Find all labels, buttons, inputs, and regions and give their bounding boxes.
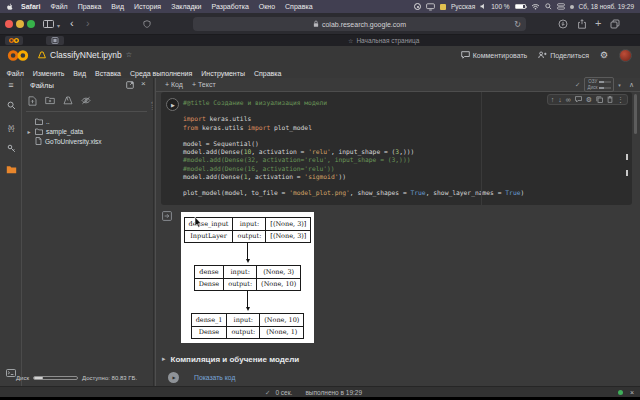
add-code-button[interactable]: + Код [165,81,183,88]
battery-icon[interactable] [515,4,526,10]
colab-menu-item-1[interactable]: Изменить [28,70,69,77]
notebook-scrollbar[interactable] [634,94,637,134]
code-line-7[interactable]: #model.add(Dense(32, activation='relu', … [183,156,622,164]
code-line-10[interactable] [183,181,622,189]
macos-menu-item-1[interactable]: Файл [45,3,72,10]
file-row-2[interactable]: GoToUniversity.xlsx [26,136,153,146]
macos-menu-item-0[interactable]: Safari [16,3,45,10]
code-line-5[interactable]: model = Sequential() [183,140,622,148]
macos-menu-item-8[interactable]: Справка [280,3,317,10]
dismiss-status-icon[interactable]: × [630,389,634,396]
privacy-shield-icon[interactable] [143,20,151,28]
window-minimize-button[interactable] [16,20,24,28]
table-of-contents-icon[interactable]: ≡ [0,81,22,90]
new-folder-icon[interactable] [45,96,55,106]
code-line-4[interactable] [183,132,622,140]
colab-menu-item-3[interactable]: Вставка [90,70,125,77]
close-panel-icon[interactable]: × [141,79,146,88]
menubar-clock[interactable]: Сб, 18 нояб. 19:29 [579,3,634,10]
secrets-key-icon[interactable] [0,144,22,153]
macos-menu-item-7[interactable]: Окно [254,3,280,10]
expand-chevron-icon[interactable]: ▸ [26,128,32,135]
code-line-1[interactable] [183,107,622,115]
show-code-link[interactable]: Показать код [194,374,235,381]
spotlight-search-icon[interactable] [545,3,552,10]
comment-button[interactable]: Комментировать [461,51,528,59]
settings-gear-icon[interactable]: ⚙ [600,50,608,60]
control-center-icon[interactable] [557,3,565,10]
display-icon[interactable] [426,3,435,11]
code-line-11[interactable]: plot_model(model, to_file = 'model_plot.… [183,189,622,197]
hidden-files-eye-icon[interactable] [81,96,91,106]
section-collapse-icon[interactable]: ▸ [162,355,166,363]
section-header[interactable]: ▸ Компиляция и обучение модели [156,352,640,366]
variables-icon[interactable]: {x} [0,124,22,131]
add-text-button[interactable]: + Текст [192,81,216,88]
mount-drive-icon[interactable] [63,96,73,106]
macos-menu-item-6[interactable]: Разработка [206,3,253,10]
colab-menu-item-6[interactable]: Справка [249,70,285,77]
notebook-title[interactable]: ClassifyNNet.ipynb [50,50,122,60]
address-bar[interactable]: colab.research.google.com ↻ [193,17,526,31]
macos-menu-item-2[interactable]: Правка [73,3,107,10]
cell-more-icon[interactable]: ⋮ [617,96,624,103]
back-button[interactable]: ‹ [70,16,74,31]
share-export-icon[interactable] [577,19,587,29]
pinned-tab-colab[interactable] [5,36,23,45]
file-row-1[interactable]: ▸sample_data [26,126,153,136]
user-switch-icon[interactable] [570,5,574,9]
sidebar-chevron-icon[interactable]: ▾ [57,22,60,29]
code-line-9[interactable]: model.add(Dense(1, activation = 'sigmoid… [183,173,622,181]
code-line-3[interactable]: from keras.utils import plot_model [183,124,622,132]
search-icon[interactable] [0,101,22,110]
window-close-button[interactable] [5,20,13,28]
user-avatar[interactable] [619,49,632,62]
cell-comment-icon[interactable] [575,96,582,103]
macos-menu-item-4[interactable]: История [129,3,166,10]
upload-file-icon[interactable] [28,96,37,106]
notes-app-icon[interactable] [440,4,446,10]
expand-output-icon[interactable] [162,211,172,221]
new-tab-icon[interactable]: + [595,18,601,28]
active-tab[interactable]: ☆ Начальная страница [348,35,419,46]
forward-button[interactable]: › [86,16,90,31]
reload-icon[interactable]: ↻ [514,20,521,29]
volume-icon[interactable] [480,3,486,10]
colab-logo-icon[interactable] [6,49,30,62]
run-hidden-cell-button[interactable]: ▶ [168,372,179,383]
colab-menu-item-0[interactable]: Файл [2,70,28,77]
delete-cell-icon[interactable] [607,96,613,103]
resources-dropdown-icon[interactable]: ▾ [618,82,621,88]
files-folder-icon[interactable] [0,165,22,174]
code-editor[interactable]: #@title Создание и визуализация модели i… [183,99,622,205]
input-language[interactable]: Русская [451,3,475,10]
cell-link-icon[interactable]: ∞ [566,96,571,103]
downloads-icon[interactable] [558,19,568,29]
run-cell-button[interactable]: ▶ [166,98,179,111]
pinned-tab-secondary[interactable] [46,36,64,45]
star-notebook-icon[interactable]: ☆ [126,51,132,59]
move-cell-up-icon[interactable]: ↑ [551,96,555,103]
apple-icon[interactable] [6,2,14,11]
collapse-header-icon[interactable]: ∧ [629,81,634,89]
share-button[interactable]: Поделиться [538,51,589,59]
code-line-2[interactable]: import keras.utils [183,115,622,123]
macos-menu-item-3[interactable]: Вид [106,3,129,10]
file-row-0[interactable]: .. [26,116,153,126]
colab-menu-item-4[interactable]: Среда выполнения [126,70,197,77]
screen-recording-icon[interactable] [414,3,421,10]
open-in-new-icon[interactable] [126,81,134,89]
cell-settings-gear-icon[interactable]: ⚙ [586,96,592,103]
move-cell-down-icon[interactable]: ↓ [558,96,562,103]
wifi-icon[interactable] [531,3,540,10]
mirror-cell-icon[interactable] [596,96,603,103]
tab-overview-icon[interactable] [610,19,620,29]
resources-widget[interactable]: ✓ ОЗУ Диск ▾ ∧ [575,77,634,92]
macos-menu-item-5[interactable]: Закладки [166,3,206,10]
window-zoom-button[interactable] [27,20,35,28]
code-line-8[interactable]: #model.add(Dense(16, activation='relu')) [183,165,622,173]
colab-menu-item-2[interactable]: Вид [69,70,91,77]
colab-menu-item-5[interactable]: Инструменты [197,70,250,77]
code-line-6[interactable]: model.add(Dense(10, activation = 'relu',… [183,148,622,156]
sidebar-toggle-icon[interactable] [43,20,54,28]
